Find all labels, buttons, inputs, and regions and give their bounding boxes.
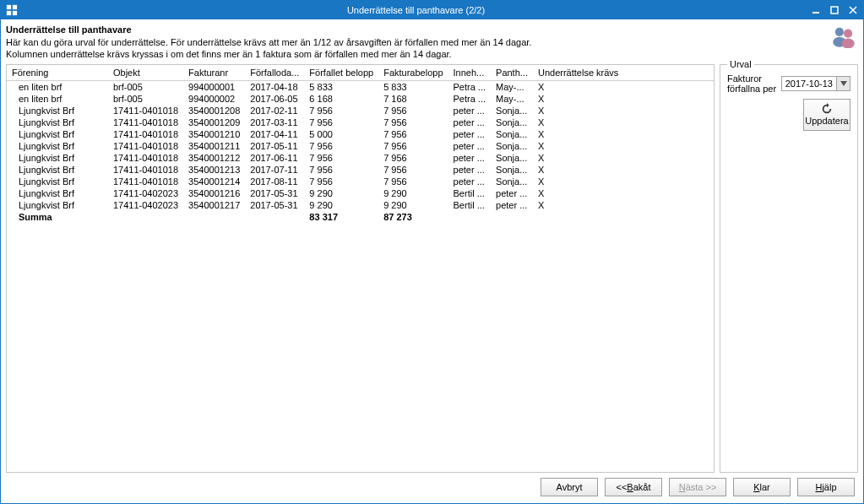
col-panth[interactable]: Panth... <box>491 65 533 81</box>
cell: 6 168 <box>304 93 378 105</box>
cell: X <box>533 187 714 199</box>
col-forfalloda[interactable]: Förfalloda... <box>245 65 304 81</box>
cell: May-... <box>491 80 533 93</box>
summary-cell <box>108 211 183 223</box>
table-row[interactable]: Ljungkvist Brf17411-04010183540001209201… <box>7 117 714 128</box>
table-row[interactable]: en liten brfbrf-0059940000012017-04-185 … <box>7 80 714 93</box>
cell: 2017-02-11 <box>245 105 304 117</box>
cell: X <box>533 80 714 93</box>
svg-rect-0 <box>7 5 11 9</box>
minimize-button[interactable] <box>811 5 821 15</box>
description-text-block: Underrättelse till panthavare Här kan du… <box>6 24 531 61</box>
cell: Ljungkvist Brf <box>7 164 108 176</box>
cell: X <box>533 128 714 140</box>
cell: 5 000 <box>304 128 378 140</box>
data-table[interactable]: Förening Objekt Fakturanr Förfalloda... … <box>7 65 714 223</box>
cell: Ljungkvist Brf <box>7 105 108 117</box>
col-underrattelse-kravs[interactable]: Underrättelse krävs <box>533 65 714 81</box>
cell: peter ... <box>448 128 492 140</box>
summary-cell: 87 273 <box>378 211 448 223</box>
bakat-prefix: << <box>617 482 628 492</box>
urval-groupbox: Urval Fakturor förfallna per 2017-10-13 … <box>720 64 858 473</box>
app-icon <box>6 4 18 16</box>
cell: Petra ... <box>448 93 492 105</box>
cell: X <box>533 199 714 211</box>
col-fakturabelopp[interactable]: Fakturabelopp <box>378 65 448 81</box>
maximize-button[interactable] <box>829 5 840 15</box>
hjalp-button[interactable]: Hjälp <box>797 478 855 496</box>
col-forfallet-belopp[interactable]: Förfallet belopp <box>304 65 378 81</box>
table-row[interactable]: Ljungkvist Brf17411-04010183540001210201… <box>7 128 714 140</box>
klar-button[interactable]: Klar <box>733 478 791 496</box>
table-row[interactable]: en liten brfbrf-0059940000022017-06-056 … <box>7 93 714 105</box>
cell: peter ... <box>491 199 533 211</box>
date-picker[interactable]: 2017-10-13 <box>781 76 850 91</box>
col-objekt[interactable]: Objekt <box>108 65 183 81</box>
cell: 994000001 <box>183 80 245 93</box>
bakat-underline: B <box>627 482 633 492</box>
date-dropdown-button[interactable] <box>836 77 850 90</box>
table-row[interactable]: Ljungkvist Brf17411-04010183540001212201… <box>7 152 714 164</box>
cell: Petra ... <box>448 80 492 93</box>
cell: peter ... <box>448 140 492 152</box>
uppdatera-button[interactable]: Uppdatera <box>803 99 850 131</box>
cell: 17411-0401018 <box>108 117 183 128</box>
cell: Sonja... <box>491 152 533 164</box>
table-row[interactable]: Ljungkvist Brf17411-04010183540001214201… <box>7 176 714 187</box>
cell: brf-005 <box>108 80 183 93</box>
uppdatera-label: Uppdatera <box>805 116 848 126</box>
description-line-2: Kolumnen underrättelse krävs kryssas i o… <box>6 48 531 60</box>
cell: 2017-04-18 <box>245 80 304 93</box>
date-value: 2017-10-13 <box>782 79 836 89</box>
cell: brf-005 <box>108 93 183 105</box>
cell: 5 833 <box>378 80 448 93</box>
svg-rect-2 <box>7 11 11 15</box>
table-row[interactable]: Ljungkvist Brf17411-04010183540001211201… <box>7 140 714 152</box>
cell: 2017-05-11 <box>245 140 304 152</box>
table-row[interactable]: Ljungkvist Brf17411-04010183540001208201… <box>7 105 714 117</box>
cell: 17411-0401018 <box>108 176 183 187</box>
cell: peter ... <box>491 187 533 199</box>
nasta-rest: ästa >> <box>686 482 717 492</box>
cell: 9 290 <box>378 187 448 199</box>
col-fakturanr[interactable]: Fakturanr <box>183 65 245 81</box>
cell: 3540001208 <box>183 105 245 117</box>
cell: 7 168 <box>378 93 448 105</box>
col-forening[interactable]: Förening <box>7 65 108 81</box>
cell: peter ... <box>448 152 492 164</box>
table-row[interactable]: Ljungkvist Brf17411-04020233540001217201… <box>7 199 714 211</box>
cell: 7 956 <box>378 152 448 164</box>
cell: 17411-0401018 <box>108 105 183 117</box>
fakturor-forfallna-label: Fakturor förfallna per <box>727 73 778 94</box>
svg-point-6 <box>835 28 844 36</box>
avbryt-button[interactable]: Avbryt <box>541 478 598 496</box>
col-inneh[interactable]: Inneh... <box>448 65 492 81</box>
cell: en liten brf <box>7 93 108 105</box>
cell: X <box>533 105 714 117</box>
cell: 9 290 <box>378 199 448 211</box>
cell: 3540001217 <box>183 199 245 211</box>
cell: X <box>533 93 714 105</box>
bakat-button[interactable]: << Bakåt <box>605 478 662 496</box>
cell: 7 956 <box>378 164 448 176</box>
main-area: Förening Objekt Fakturanr Förfalloda... … <box>6 64 858 473</box>
svg-rect-1 <box>13 5 17 9</box>
summary-cell <box>245 211 304 223</box>
description-row: Underrättelse till panthavare Här kan du… <box>6 24 858 61</box>
cell: 2017-06-11 <box>245 152 304 164</box>
titlebar: Underrättelse till panthavare (2/2) <box>1 1 863 19</box>
cell: peter ... <box>448 164 492 176</box>
svg-point-8 <box>844 30 852 38</box>
cell: Sonja... <box>491 105 533 117</box>
cell: 3540001216 <box>183 187 245 199</box>
close-button[interactable] <box>848 5 858 15</box>
cell: Bertil ... <box>448 187 492 199</box>
cell: 7 956 <box>304 117 378 128</box>
cell: 7 956 <box>378 128 448 140</box>
table-row[interactable]: Ljungkvist Brf17411-04010183540001213201… <box>7 164 714 176</box>
summary-cell: 83 317 <box>304 211 378 223</box>
cell: Ljungkvist Brf <box>7 140 108 152</box>
cell: 7 956 <box>378 117 448 128</box>
cell: Ljungkvist Brf <box>7 187 108 199</box>
table-row[interactable]: Ljungkvist Brf17411-04020233540001216201… <box>7 187 714 199</box>
